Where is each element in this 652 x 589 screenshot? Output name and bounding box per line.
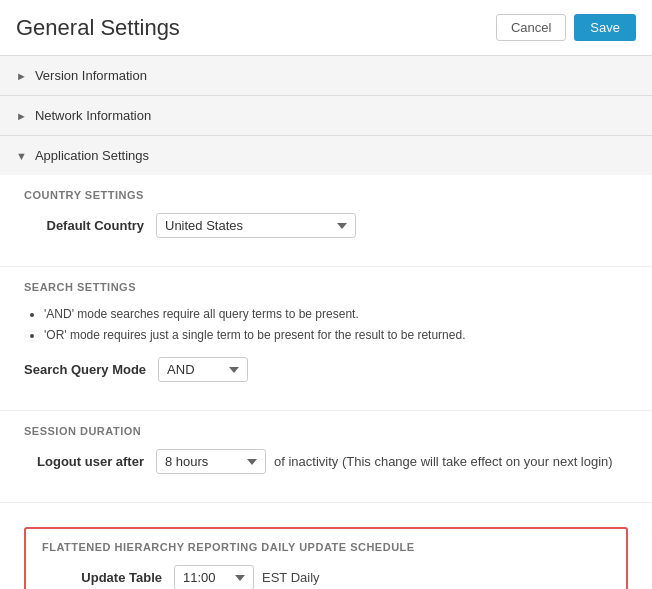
network-label: Network Information bbox=[35, 108, 151, 123]
application-label: Application Settings bbox=[35, 148, 149, 163]
search-bullet-2: 'OR' mode requires just a single term to… bbox=[44, 326, 628, 345]
search-mode-label: Search Query Mode bbox=[24, 362, 146, 377]
logout-select[interactable]: 1 hour 2 hours 4 hours 8 hours 12 hours … bbox=[156, 449, 266, 474]
search-description: 'AND' mode searches require all query te… bbox=[24, 305, 628, 345]
flattened-section-label: FLATTENED HIERARCHY REPORTING DAILY UPDA… bbox=[42, 541, 610, 553]
network-arrow: ► bbox=[16, 110, 27, 122]
flattened-field-row: Update Table 00:0001:0002:00 03:0004:000… bbox=[42, 565, 610, 589]
search-section: SEARCH SETTINGS 'AND' mode searches requ… bbox=[0, 267, 652, 411]
session-field-row: Logout user after 1 hour 2 hours 4 hours… bbox=[24, 449, 628, 474]
version-arrow: ► bbox=[16, 70, 27, 82]
country-field-row: Default Country United States Canada Uni… bbox=[24, 213, 628, 238]
version-label: Version Information bbox=[35, 68, 147, 83]
session-field-label: Logout user after bbox=[24, 454, 144, 469]
application-section: ▼ Application Settings COUNTRY SETTINGS … bbox=[0, 136, 652, 589]
flattened-field-label: Update Table bbox=[42, 570, 162, 585]
session-section: SESSION DURATION Logout user after 1 hou… bbox=[0, 411, 652, 503]
search-mode-field-row: Search Query Mode AND OR bbox=[24, 357, 628, 382]
update-table-select[interactable]: 00:0001:0002:00 03:0004:0005:00 06:0007:… bbox=[174, 565, 254, 589]
country-section: COUNTRY SETTINGS Default Country United … bbox=[0, 175, 652, 267]
search-section-label: SEARCH SETTINGS bbox=[24, 281, 628, 293]
application-header[interactable]: ▼ Application Settings bbox=[0, 136, 652, 175]
search-mode-select[interactable]: AND OR bbox=[158, 357, 248, 382]
application-content: COUNTRY SETTINGS Default Country United … bbox=[0, 175, 652, 589]
page-header: General Settings Cancel Save bbox=[0, 0, 652, 56]
page-title: General Settings bbox=[16, 15, 180, 41]
version-header[interactable]: ► Version Information bbox=[0, 56, 652, 95]
est-label: EST Daily bbox=[262, 570, 320, 585]
cancel-button[interactable]: Cancel bbox=[496, 14, 566, 41]
header-buttons: Cancel Save bbox=[496, 14, 636, 41]
application-arrow: ▼ bbox=[16, 150, 27, 162]
version-section: ► Version Information bbox=[0, 56, 652, 96]
network-section: ► Network Information bbox=[0, 96, 652, 136]
country-section-label: COUNTRY SETTINGS bbox=[24, 189, 628, 201]
flattened-box: FLATTENED HIERARCHY REPORTING DAILY UPDA… bbox=[24, 527, 628, 589]
session-section-label: SESSION DURATION bbox=[24, 425, 628, 437]
flattened-outer: FLATTENED HIERARCHY REPORTING DAILY UPDA… bbox=[0, 503, 652, 589]
country-select[interactable]: United States Canada United Kingdom Aust… bbox=[156, 213, 356, 238]
save-button[interactable]: Save bbox=[574, 14, 636, 41]
inactivity-text: of inactivity (This change will take eff… bbox=[274, 454, 613, 469]
country-field-label: Default Country bbox=[24, 218, 144, 233]
search-bullet-1: 'AND' mode searches require all query te… bbox=[44, 305, 628, 324]
network-header[interactable]: ► Network Information bbox=[0, 96, 652, 135]
